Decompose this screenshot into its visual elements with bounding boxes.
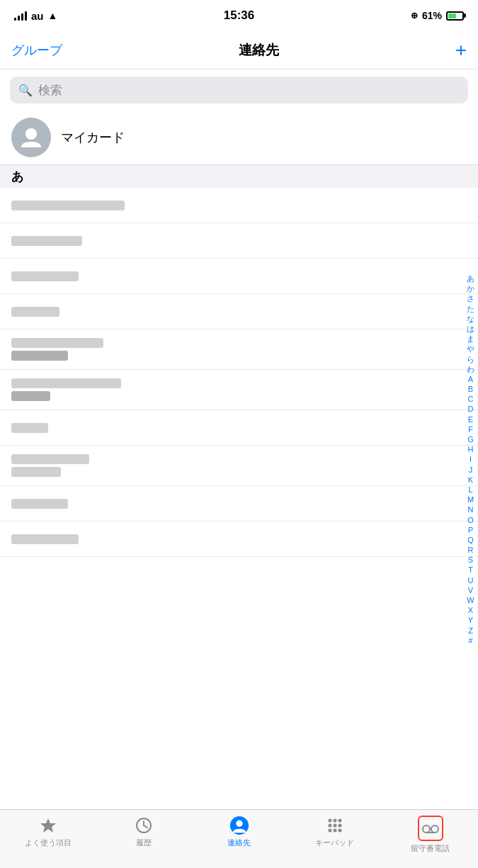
contact-subtext bbox=[11, 391, 50, 401]
contact-row[interactable] bbox=[0, 446, 478, 486]
add-contact-button[interactable]: + bbox=[455, 40, 467, 60]
contact-name-block bbox=[11, 423, 48, 433]
signal-bar-4 bbox=[25, 11, 27, 21]
alpha-index-item-S[interactable]: S bbox=[466, 556, 475, 565]
svg-point-13 bbox=[328, 829, 331, 833]
alpha-index-item-C[interactable]: C bbox=[466, 395, 476, 404]
contact-name bbox=[11, 201, 125, 210]
contact-row[interactable] bbox=[0, 522, 478, 557]
my-card[interactable]: マイカード bbox=[0, 111, 478, 165]
alpha-index-item-na[interactable]: な bbox=[465, 315, 477, 324]
contact-row[interactable] bbox=[0, 259, 478, 294]
contact-name-block bbox=[11, 499, 68, 509]
tab-contacts-label: 連絡先 bbox=[227, 838, 251, 848]
svg-point-12 bbox=[338, 824, 341, 828]
alpha-index-item-O[interactable]: O bbox=[465, 516, 476, 525]
contact-name bbox=[11, 454, 89, 464]
tab-recents-label: 履歴 bbox=[136, 838, 152, 848]
alpha-index-item-K[interactable]: K bbox=[466, 475, 475, 485]
alpha-index-item-Y[interactable]: Y bbox=[466, 616, 475, 625]
svg-marker-1 bbox=[40, 818, 56, 833]
contact-row[interactable] bbox=[0, 188, 478, 223]
alpha-index-item-a[interactable]: あ bbox=[465, 274, 477, 283]
alpha-index-item-ra[interactable]: ら bbox=[465, 355, 477, 364]
signal-bar-3 bbox=[21, 13, 23, 21]
alpha-index-item-B[interactable]: B bbox=[466, 385, 475, 394]
contact-name-block bbox=[11, 534, 79, 544]
alpha-index-item-F[interactable]: F bbox=[466, 425, 475, 434]
alpha-index-item-N[interactable]: N bbox=[466, 505, 476, 514]
tab-recents[interactable]: 履歴 bbox=[96, 816, 191, 848]
contact-subtext bbox=[11, 351, 68, 361]
alpha-index-item-Q[interactable]: Q bbox=[465, 536, 476, 545]
alpha-index-item-D[interactable]: D bbox=[466, 405, 476, 414]
wifi-icon: ▲ bbox=[48, 10, 58, 21]
alpha-index-item-ta[interactable]: た bbox=[465, 305, 477, 314]
tab-favorites[interactable]: よく使う項目 bbox=[0, 816, 96, 848]
alpha-index-item-H[interactable]: H bbox=[466, 445, 476, 454]
alpha-index-item-U[interactable]: U bbox=[466, 576, 476, 585]
recents-icon bbox=[134, 816, 154, 835]
svg-point-8 bbox=[333, 819, 336, 823]
signal-bar-1 bbox=[14, 18, 16, 21]
svg-point-10 bbox=[328, 824, 331, 828]
alpha-index-item-Z[interactable]: Z bbox=[466, 626, 475, 636]
alpha-index-item-ma[interactable]: ま bbox=[465, 334, 477, 344]
alpha-index-item-ha[interactable]: は bbox=[465, 325, 477, 334]
main-content: グループ 連絡先 + 🔍 検索 マイカード あ bbox=[0, 31, 478, 809]
alpha-index-item-ka[interactable]: か bbox=[465, 284, 477, 293]
tab-keypad-label: キーパッド bbox=[315, 838, 354, 848]
tab-voicemail-label: 留守番電話 bbox=[411, 843, 450, 854]
search-icon: 🔍 bbox=[18, 84, 33, 97]
contact-row[interactable] bbox=[0, 410, 478, 446]
scroll-area: マイカード あ bbox=[0, 111, 478, 809]
contact-row[interactable] bbox=[0, 223, 478, 259]
alpha-index-item-sa[interactable]: さ bbox=[465, 294, 477, 303]
contact-row[interactable] bbox=[0, 329, 478, 370]
alpha-index-item-E[interactable]: E bbox=[466, 415, 475, 424]
svg-point-14 bbox=[333, 829, 336, 833]
status-left: au ▲ bbox=[14, 10, 57, 22]
alpha-index-item-A[interactable]: A bbox=[466, 375, 475, 384]
contact-subtext bbox=[11, 467, 61, 477]
svg-point-11 bbox=[333, 824, 336, 828]
search-placeholder: 検索 bbox=[38, 82, 62, 98]
battery-fill bbox=[448, 13, 456, 18]
contact-row[interactable] bbox=[0, 370, 478, 410]
group-button[interactable]: グループ bbox=[11, 42, 62, 59]
avatar-icon bbox=[18, 125, 44, 150]
svg-point-7 bbox=[328, 819, 331, 823]
voicemail-highlight-border bbox=[418, 816, 443, 841]
contact-name-block bbox=[11, 454, 89, 477]
contact-name bbox=[11, 423, 48, 433]
contact-row[interactable] bbox=[0, 486, 478, 522]
search-bar[interactable]: 🔍 検索 bbox=[10, 77, 468, 103]
tab-contacts[interactable]: 連絡先 bbox=[191, 816, 287, 848]
contact-name-block bbox=[11, 338, 103, 361]
alpha-index-item-R[interactable]: R bbox=[466, 546, 476, 555]
alpha-index-item-X[interactable]: X bbox=[466, 606, 475, 615]
tab-favorites-label: よく使う項目 bbox=[25, 838, 72, 848]
alpha-index-item-L[interactable]: L bbox=[466, 485, 474, 495]
tab-voicemail[interactable]: 留守番電話 bbox=[382, 816, 478, 854]
alpha-index-item-P[interactable]: P bbox=[466, 526, 475, 535]
contact-name-block bbox=[11, 378, 121, 401]
status-time: 15:36 bbox=[224, 9, 254, 23]
alpha-index-item-G[interactable]: G bbox=[465, 435, 476, 444]
alpha-index-item-W[interactable]: W bbox=[465, 596, 476, 605]
contact-row[interactable] bbox=[0, 294, 478, 329]
alpha-index-item-hash[interactable]: # bbox=[466, 636, 474, 646]
alpha-index-item-ya[interactable]: や bbox=[465, 344, 477, 354]
battery-percent: 61% bbox=[422, 10, 442, 21]
alpha-index-item-V[interactable]: V bbox=[466, 586, 475, 595]
svg-point-17 bbox=[431, 825, 438, 833]
keypad-icon bbox=[325, 816, 345, 835]
svg-point-0 bbox=[25, 128, 37, 140]
alpha-index-item-wa[interactable]: わ bbox=[465, 365, 477, 374]
alpha-index-item-T[interactable]: T bbox=[466, 565, 475, 575]
alpha-index-item-I[interactable]: I bbox=[467, 455, 474, 464]
tab-keypad[interactable]: キーパッド bbox=[287, 816, 382, 848]
alpha-index-item-J[interactable]: J bbox=[467, 466, 475, 475]
alpha-index-item-M[interactable]: M bbox=[465, 495, 476, 505]
section-header-a: あ bbox=[0, 165, 478, 188]
